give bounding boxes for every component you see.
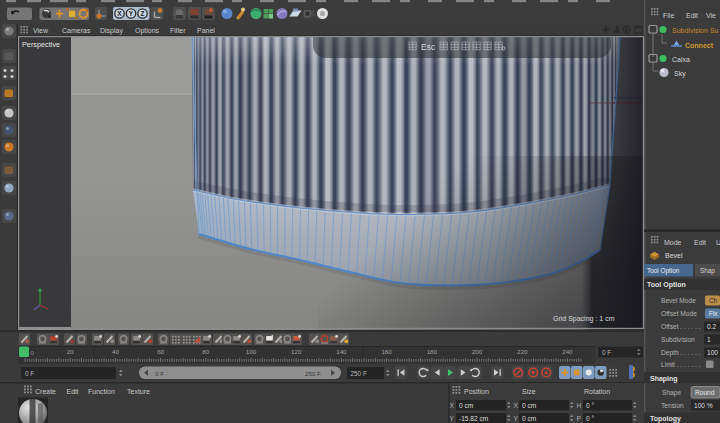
svg-text:Edit: Edit <box>67 388 79 395</box>
svg-text:250 F: 250 F <box>305 370 321 377</box>
svg-text:Offset Mode: Offset Mode <box>661 310 697 317</box>
svg-text:H: H <box>577 402 582 409</box>
svg-text:Rotation: Rotation <box>584 388 610 395</box>
svg-text:Ch: Ch <box>709 297 718 304</box>
svg-text:Round: Round <box>695 389 715 396</box>
svg-text:Limit . . . . . . .: Limit . . . . . . . <box>661 361 701 368</box>
svg-text:250 F: 250 F <box>351 370 367 377</box>
svg-text:Shaping: Shaping <box>650 375 678 383</box>
svg-text:0: 0 <box>31 349 35 356</box>
svg-text:200: 200 <box>472 348 483 355</box>
svg-text:0 F: 0 F <box>602 349 611 356</box>
svg-text:X: X <box>450 402 455 409</box>
svg-text:P: P <box>577 415 582 422</box>
svg-text:Texture: Texture <box>127 388 150 395</box>
svg-text:Filter: Filter <box>170 27 186 34</box>
svg-text:100: 100 <box>246 348 257 355</box>
svg-text:100 %: 100 % <box>694 402 713 409</box>
svg-text:View: View <box>33 27 49 34</box>
svg-text:X: X <box>514 402 519 409</box>
svg-text:Bevel Mode: Bevel Mode <box>661 297 696 304</box>
svg-text:Panel: Panel <box>197 27 215 34</box>
svg-text:U: U <box>716 239 720 246</box>
svg-text:-15.82 cm: -15.82 cm <box>459 415 489 422</box>
svg-text:File: File <box>663 12 674 19</box>
svg-text:1: 1 <box>707 336 711 343</box>
svg-text:Function: Function <box>88 388 115 395</box>
svg-text:Create: Create <box>35 388 56 395</box>
svg-text:Z: Z <box>141 10 145 17</box>
svg-text:240: 240 <box>562 348 573 355</box>
svg-text:Perspective: Perspective <box>22 40 60 49</box>
svg-text:Tool Option: Tool Option <box>647 281 686 289</box>
svg-text:60: 60 <box>157 348 164 355</box>
svg-text:140: 140 <box>336 348 347 355</box>
svg-text:Shap: Shap <box>700 267 715 275</box>
svg-text:0.2: 0.2 <box>707 323 716 330</box>
svg-text:Y: Y <box>514 415 519 422</box>
svg-text:Subdivision: Subdivision <box>661 336 695 343</box>
svg-text:120: 120 <box>291 348 302 355</box>
svg-text:Grid Spacing : 1 cm: Grid Spacing : 1 cm <box>553 315 615 323</box>
svg-text:0 cm: 0 cm <box>459 402 474 409</box>
svg-text:20: 20 <box>67 348 74 355</box>
svg-text:Depth . . . . . .: Depth . . . . . . <box>661 349 701 357</box>
svg-text:Fix: Fix <box>709 310 718 317</box>
svg-text:Topology: Topology <box>650 415 681 423</box>
svg-text:Caixa: Caixa <box>672 56 690 63</box>
svg-text:160: 160 <box>381 348 392 355</box>
svg-text:0 cm: 0 cm <box>522 402 537 409</box>
svg-text:Offset . . . . . .: Offset . . . . . . <box>661 323 701 330</box>
svg-text:Y: Y <box>129 10 134 17</box>
svg-text:Vie: Vie <box>706 12 716 19</box>
svg-text:Mode: Mode <box>664 239 682 246</box>
svg-text:0 cm: 0 cm <box>522 415 537 422</box>
svg-text:220: 220 <box>517 348 528 355</box>
svg-text:Options: Options <box>135 27 160 35</box>
svg-text:Edit: Edit <box>694 239 706 246</box>
svg-text:Cameras: Cameras <box>62 27 91 34</box>
svg-text:0 °: 0 ° <box>586 402 594 409</box>
svg-text:Tool Option: Tool Option <box>647 267 680 275</box>
svg-text:100: 100 <box>707 349 718 356</box>
svg-text:Sky: Sky <box>674 70 686 78</box>
svg-text:180: 180 <box>427 348 438 355</box>
svg-text:Display: Display <box>100 27 123 35</box>
svg-text:X: X <box>117 10 122 17</box>
svg-text:Edit: Edit <box>686 12 698 19</box>
svg-text:Position: Position <box>464 388 489 395</box>
svg-text:Subdivision Su: Subdivision Su <box>672 27 718 34</box>
svg-text:0 °: 0 ° <box>586 415 594 422</box>
svg-text:80: 80 <box>202 348 209 355</box>
svg-text:Bevel: Bevel <box>665 252 683 259</box>
svg-text:Tension: Tension <box>661 402 684 409</box>
svg-text:Size: Size <box>522 388 536 395</box>
svg-text:0 F: 0 F <box>25 370 34 377</box>
svg-text:Esc: Esc <box>421 42 436 52</box>
svg-text:40: 40 <box>112 348 119 355</box>
svg-text:Shape: Shape <box>662 389 681 397</box>
svg-text:Y: Y <box>450 415 455 422</box>
svg-text:0 F: 0 F <box>155 370 164 377</box>
svg-text:Connect: Connect <box>685 42 714 49</box>
